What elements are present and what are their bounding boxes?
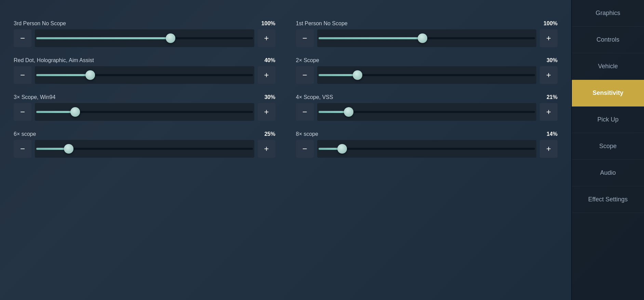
sidebar: GraphicsControlsVehicleSensitivityPick U… [571, 0, 644, 300]
slider-thumb-red-dot[interactable] [85, 70, 95, 80]
slider-thumb-1st-person-no-scope[interactable] [418, 33, 427, 43]
slider-value-6x-scope: 25% [264, 131, 275, 137]
slider-label-8x-scope: 8× scope [296, 131, 318, 137]
slider-track-3x-scope-win94 [36, 111, 253, 113]
slider-value-3x-scope-win94: 30% [264, 94, 275, 100]
sidebar-item-scope[interactable]: Scope [572, 133, 644, 160]
slider-minus-6x-scope[interactable]: − [14, 140, 31, 158]
slider-track-container-4x-scope-vss[interactable] [317, 103, 537, 121]
slider-minus-2x-scope[interactable]: − [296, 66, 314, 84]
slider-track-container-1st-person-no-scope[interactable] [317, 29, 537, 47]
slider-minus-4x-scope-vss[interactable]: − [296, 103, 314, 121]
slider-group-3x-scope-win94: 3× Scope, Win94 30% − + [14, 94, 276, 121]
slider-fill-3x-scope-win94 [36, 111, 75, 113]
main-container: 3rd Person No Scope 100% − + 1st Person … [0, 0, 644, 300]
slider-thumb-6x-scope[interactable] [64, 144, 73, 154]
slider-fill-red-dot [36, 74, 90, 76]
slider-track-container-6x-scope[interactable] [35, 140, 254, 158]
content-area: 3rd Person No Scope 100% − + 1st Person … [0, 0, 571, 300]
slider-plus-8x-scope[interactable]: + [540, 140, 558, 158]
slider-track-4x-scope-vss [319, 111, 535, 113]
slider-label-4x-scope-vss: 4× Scope, VSS [296, 94, 333, 100]
sliders-grid: 3rd Person No Scope 100% − + 1st Person … [14, 20, 558, 158]
slider-group-6x-scope: 6× scope 25% − + [14, 131, 276, 158]
slider-label-red-dot: Red Dot, Holographic, Aim Assist [14, 57, 94, 63]
slider-fill-1st-person-no-scope [319, 37, 422, 39]
slider-label-2x-scope: 2× Scope [296, 57, 319, 63]
slider-fill-2x-scope [319, 74, 358, 76]
sidebar-item-pick-up[interactable]: Pick Up [572, 106, 644, 133]
slider-group-3rd-person-no-scope: 3rd Person No Scope 100% − + [14, 20, 276, 47]
sidebar-item-graphics[interactable]: Graphics [572, 0, 644, 27]
slider-group-2x-scope: 2× Scope 30% − + [296, 57, 558, 84]
slider-row-6x-scope: − + [14, 140, 276, 158]
slider-thumb-8x-scope[interactable] [337, 144, 347, 154]
slider-row-4x-scope-vss: − + [296, 103, 558, 121]
slider-label-row: 1st Person No Scope 100% [296, 20, 558, 27]
sidebar-item-effect-settings[interactable]: Effect Settings [572, 186, 644, 213]
slider-minus-red-dot[interactable]: − [14, 66, 31, 84]
slider-value-red-dot: 40% [264, 57, 275, 63]
slider-row-1st-person-no-scope: − + [296, 29, 558, 47]
slider-group-4x-scope-vss: 4× Scope, VSS 21% − + [296, 94, 558, 121]
slider-value-8x-scope: 14% [547, 131, 558, 137]
slider-plus-4x-scope-vss[interactable]: + [540, 103, 558, 121]
slider-value-1st-person-no-scope: 100% [544, 20, 558, 27]
slider-plus-3x-scope-win94[interactable]: + [258, 103, 276, 121]
slider-label-row: 8× scope 14% [296, 131, 558, 137]
slider-minus-3x-scope-win94[interactable]: − [14, 103, 31, 121]
slider-plus-3rd-person-no-scope[interactable]: + [258, 29, 276, 47]
slider-group-1st-person-no-scope: 1st Person No Scope 100% − + [296, 20, 558, 47]
slider-thumb-2x-scope[interactable] [353, 70, 362, 80]
slider-row-red-dot: − + [14, 66, 276, 84]
slider-plus-6x-scope[interactable]: + [258, 140, 276, 158]
slider-plus-1st-person-no-scope[interactable]: + [540, 29, 558, 47]
slider-label-6x-scope: 6× scope [14, 131, 36, 137]
slider-track-6x-scope [36, 148, 253, 150]
slider-thumb-3rd-person-no-scope[interactable] [166, 33, 175, 43]
slider-minus-3rd-person-no-scope[interactable]: − [14, 29, 31, 47]
slider-value-3rd-person-no-scope: 100% [261, 20, 276, 27]
slider-row-2x-scope: − + [296, 66, 558, 84]
slider-track-3rd-person-no-scope [36, 37, 253, 39]
slider-label-row: 2× Scope 30% [296, 57, 558, 63]
slider-group-red-dot: Red Dot, Holographic, Aim Assist 40% − + [14, 57, 276, 84]
slider-track-red-dot [36, 74, 253, 76]
slider-group-8x-scope: 8× scope 14% − + [296, 131, 558, 158]
slider-row-3x-scope-win94: − + [14, 103, 276, 121]
slider-label-row: Red Dot, Holographic, Aim Assist 40% [14, 57, 276, 63]
slider-plus-red-dot[interactable]: + [258, 66, 276, 84]
slider-row-8x-scope: − + [296, 140, 558, 158]
slider-row-3rd-person-no-scope: − + [14, 29, 276, 47]
slider-track-container-3x-scope-win94[interactable] [35, 103, 254, 121]
slider-value-2x-scope: 30% [547, 57, 558, 63]
sidebar-item-audio[interactable]: Audio [572, 160, 644, 186]
slider-track-2x-scope [319, 74, 535, 76]
slider-label-row: 3rd Person No Scope 100% [14, 20, 276, 27]
slider-track-1st-person-no-scope [319, 37, 535, 39]
slider-track-container-8x-scope[interactable] [317, 140, 537, 158]
sidebar-item-controls[interactable]: Controls [572, 27, 644, 53]
slider-minus-8x-scope[interactable]: − [296, 140, 314, 158]
slider-value-4x-scope-vss: 21% [547, 94, 558, 100]
slider-plus-2x-scope[interactable]: + [540, 66, 558, 84]
slider-fill-3rd-person-no-scope [36, 37, 171, 39]
slider-minus-1st-person-no-scope[interactable]: − [296, 29, 314, 47]
slider-label-row: 4× Scope, VSS 21% [296, 94, 558, 100]
slider-label-3x-scope-win94: 3× Scope, Win94 [14, 94, 55, 100]
slider-track-container-2x-scope[interactable] [317, 66, 537, 84]
slider-thumb-3x-scope-win94[interactable] [70, 107, 80, 117]
sidebar-item-vehicle[interactable]: Vehicle [572, 53, 644, 80]
slider-track-container-3rd-person-no-scope[interactable] [35, 29, 254, 47]
slider-thumb-4x-scope-vss[interactable] [344, 107, 353, 117]
slider-track-8x-scope [319, 148, 535, 150]
slider-label-row: 6× scope 25% [14, 131, 276, 137]
slider-track-container-red-dot[interactable] [35, 66, 254, 84]
slider-label-3rd-person-no-scope: 3rd Person No Scope [14, 20, 66, 27]
sidebar-item-sensitivity[interactable]: Sensitivity [572, 80, 644, 106]
slider-label-row: 3× Scope, Win94 30% [14, 94, 276, 100]
slider-label-1st-person-no-scope: 1st Person No Scope [296, 20, 348, 27]
